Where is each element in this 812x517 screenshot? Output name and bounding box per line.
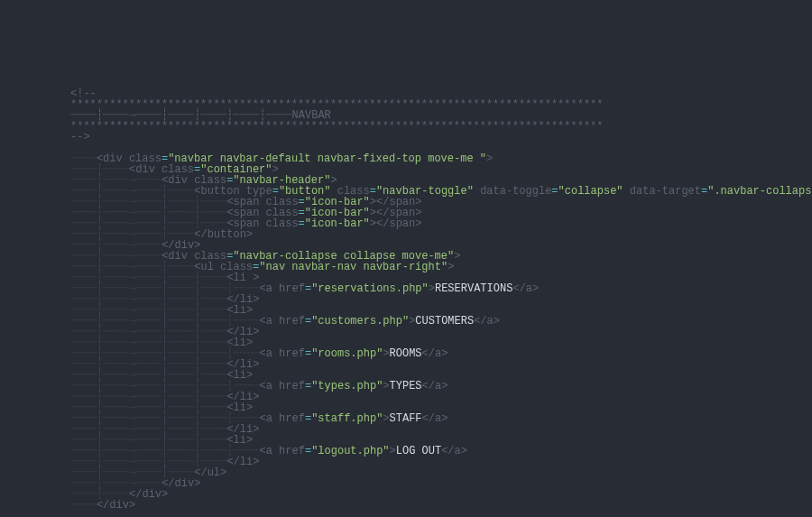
code-editor-view: <!-- ***********************************… <box>70 88 812 511</box>
